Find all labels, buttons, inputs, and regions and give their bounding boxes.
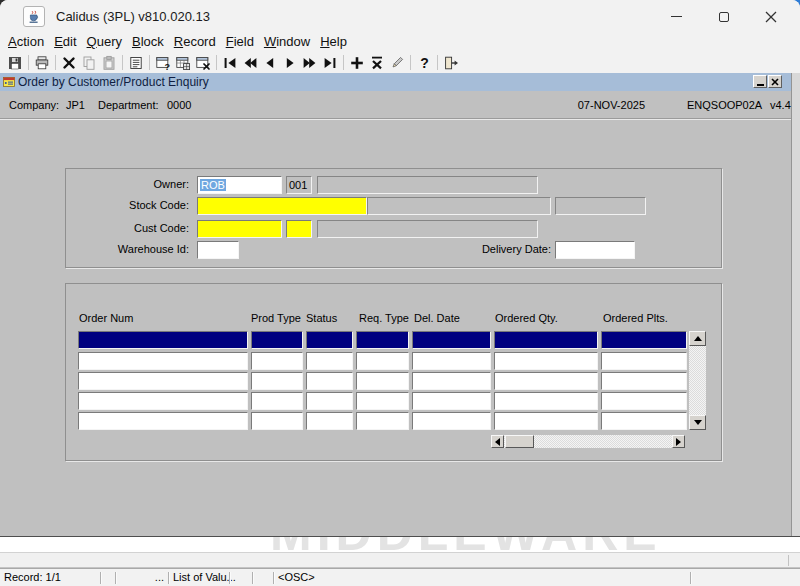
menu-help[interactable]: Help xyxy=(315,33,352,52)
mdi-minimize-button[interactable] xyxy=(753,75,767,88)
table-cell[interactable] xyxy=(601,392,687,410)
table-cell[interactable] xyxy=(251,412,303,430)
menu-window[interactable]: Window xyxy=(259,33,315,52)
table-cell[interactable] xyxy=(412,412,491,430)
table-cell[interactable] xyxy=(356,331,409,349)
help-icon[interactable]: ? xyxy=(415,54,433,72)
table-cell[interactable] xyxy=(78,352,248,370)
stock-code-input[interactable] xyxy=(197,197,367,215)
execute-query-icon[interactable] xyxy=(174,54,192,72)
table-cell[interactable] xyxy=(251,331,303,349)
cancel-query-icon[interactable] xyxy=(194,54,212,72)
table-cell[interactable] xyxy=(494,331,598,349)
table-cell[interactable] xyxy=(78,392,248,410)
cust-seq-input[interactable] xyxy=(286,220,312,238)
table-cell[interactable] xyxy=(251,392,303,410)
previous-record-icon[interactable] xyxy=(261,54,279,72)
table-cell[interactable] xyxy=(306,412,353,430)
table-cell[interactable] xyxy=(601,412,687,430)
remove-record-icon[interactable] xyxy=(368,54,386,72)
arrow-right-icon xyxy=(676,438,681,446)
insert-record-icon[interactable] xyxy=(348,54,366,72)
table-cell[interactable] xyxy=(494,352,598,370)
java-app-icon[interactable] xyxy=(23,6,45,27)
table-cell[interactable] xyxy=(601,372,687,390)
column-header-status: Status xyxy=(306,312,337,324)
table-cell[interactable] xyxy=(78,412,248,430)
copy-icon[interactable] xyxy=(80,54,98,72)
table-cell[interactable] xyxy=(306,392,353,410)
menu-block[interactable]: Block xyxy=(127,33,169,52)
table-cell[interactable] xyxy=(494,372,598,390)
mdi-close-button[interactable] xyxy=(768,75,782,88)
arrow-left-icon xyxy=(495,438,500,446)
table-cell[interactable] xyxy=(601,352,687,370)
status-separator xyxy=(690,572,692,584)
column-header-req-type: Req. Type xyxy=(359,312,409,324)
table-cell[interactable] xyxy=(356,372,409,390)
mdi-minimize-icon xyxy=(757,84,764,86)
owner-name-field xyxy=(317,176,538,194)
table-cell[interactable] xyxy=(412,392,491,410)
table-cell[interactable] xyxy=(356,352,409,370)
delivery-date-input[interactable] xyxy=(555,241,635,259)
menu-query[interactable]: Query xyxy=(82,33,127,52)
table-cell[interactable] xyxy=(251,372,303,390)
menu-record[interactable]: Record xyxy=(169,33,221,52)
maximize-button[interactable] xyxy=(700,0,747,33)
table-cell[interactable] xyxy=(356,392,409,410)
scroll-up-button[interactable] xyxy=(689,331,706,346)
warehouse-input[interactable] xyxy=(197,241,239,259)
next-set-icon[interactable] xyxy=(301,54,319,72)
scroll-right-button[interactable] xyxy=(672,435,685,448)
owner-input[interactable]: ROB xyxy=(197,176,282,194)
status-bar: Record: 1/1 ... List of Valu... <OSC> xyxy=(0,568,800,586)
cust-code-input[interactable] xyxy=(197,220,282,238)
column-header-del-date: Del. Date xyxy=(414,312,460,324)
mdi-right-edge xyxy=(791,73,800,536)
edit-icon[interactable] xyxy=(388,54,406,72)
menu-field[interactable]: Field xyxy=(221,33,259,52)
scroll-down-button[interactable] xyxy=(689,415,706,430)
close-button[interactable] xyxy=(747,0,794,33)
mdi-client-area: Company: JP1 Department: 0000 07-NOV-202… xyxy=(0,91,791,536)
table-cell[interactable] xyxy=(412,331,491,349)
menu-edit[interactable]: Edit xyxy=(49,33,81,52)
display-list-icon[interactable] xyxy=(127,54,145,72)
department-value: 0000 xyxy=(167,99,191,111)
arrow-up-icon xyxy=(694,336,702,341)
print-icon[interactable] xyxy=(33,54,51,72)
table-row-selected xyxy=(66,331,721,349)
table-cell[interactable] xyxy=(306,372,353,390)
enter-query-icon[interactable]: ? xyxy=(154,54,172,72)
horizontal-scrollbar[interactable] xyxy=(491,435,685,448)
mdi-close-icon xyxy=(771,78,779,86)
cut-icon[interactable] xyxy=(60,54,78,72)
paste-icon[interactable] xyxy=(100,54,118,72)
table-cell[interactable] xyxy=(78,372,248,390)
save-icon[interactable] xyxy=(6,54,24,72)
table-cell[interactable] xyxy=(306,352,353,370)
record-indicator: Record: 1/1 xyxy=(4,571,61,583)
last-record-icon[interactable] xyxy=(321,54,339,72)
minimize-button[interactable] xyxy=(653,0,700,33)
table-cell[interactable] xyxy=(306,331,353,349)
first-record-icon[interactable] xyxy=(221,54,239,72)
vertical-scrollbar[interactable] xyxy=(689,331,706,430)
table-cell[interactable] xyxy=(78,331,248,349)
table-cell[interactable] xyxy=(412,372,491,390)
toolbar-separator xyxy=(149,55,150,70)
status-separator xyxy=(115,572,117,584)
table-cell[interactable] xyxy=(356,412,409,430)
previous-set-icon[interactable] xyxy=(241,54,259,72)
table-cell[interactable] xyxy=(494,412,598,430)
menu-action[interactable]: Action xyxy=(3,33,49,52)
horizontal-scrollbar-thumb[interactable] xyxy=(505,435,534,448)
exit-icon[interactable] xyxy=(442,54,460,72)
table-cell[interactable] xyxy=(601,331,687,349)
scroll-left-button[interactable] xyxy=(491,435,504,448)
table-cell[interactable] xyxy=(251,352,303,370)
table-cell[interactable] xyxy=(412,352,491,370)
next-record-icon[interactable] xyxy=(281,54,299,72)
table-cell[interactable] xyxy=(494,392,598,410)
